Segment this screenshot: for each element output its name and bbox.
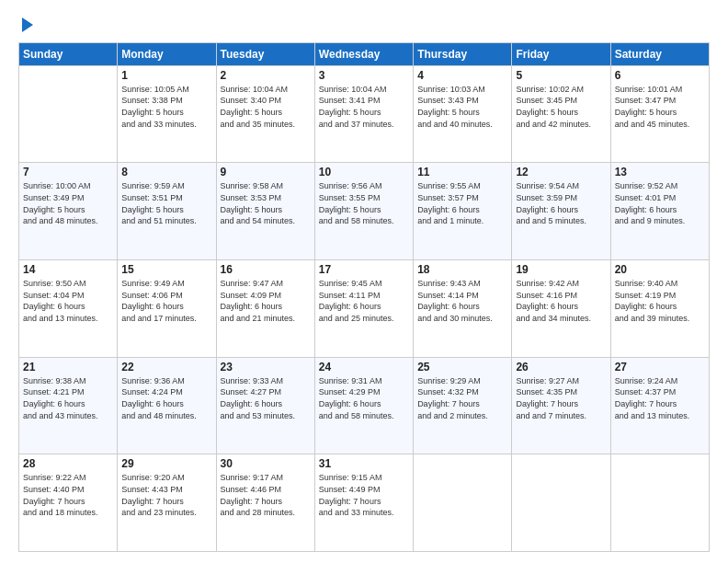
day-info: Sunrise: 9:17 AMSunset: 4:46 PMDaylight:… xyxy=(221,472,311,518)
calendar-cell: 12Sunrise: 9:54 AMSunset: 3:59 PMDayligh… xyxy=(512,163,610,260)
sunset-text: Sunset: 4:29 PM xyxy=(319,386,409,398)
calendar-cell: 22Sunrise: 9:36 AMSunset: 4:24 PMDayligh… xyxy=(118,357,216,454)
daylight-text: Daylight: 5 hours xyxy=(615,107,705,119)
sunrise-text: Sunrise: 9:38 AM xyxy=(23,375,113,387)
day-info: Sunrise: 9:56 AMSunset: 3:55 PMDaylight:… xyxy=(319,180,409,226)
daylight-text-cont: and and 18 minutes. xyxy=(23,507,113,519)
daylight-text-cont: and and 43 minutes. xyxy=(23,410,113,422)
calendar-weekday-wednesday: Wednesday xyxy=(314,42,413,65)
day-info: Sunrise: 9:59 AMSunset: 3:51 PMDaylight:… xyxy=(121,180,211,226)
calendar-cell: 24Sunrise: 9:31 AMSunset: 4:29 PMDayligh… xyxy=(314,357,413,454)
daylight-text-cont: and and 21 minutes. xyxy=(221,313,311,325)
calendar-cell: 16Sunrise: 9:47 AMSunset: 4:09 PMDayligh… xyxy=(216,260,314,358)
day-info: Sunrise: 9:45 AMSunset: 4:11 PMDaylight:… xyxy=(319,278,409,324)
sunrise-text: Sunrise: 9:55 AM xyxy=(417,180,507,192)
daylight-text: Daylight: 7 hours xyxy=(417,398,507,410)
sunrise-text: Sunrise: 9:43 AM xyxy=(417,278,507,290)
daylight-text-cont: and and 33 minutes. xyxy=(319,507,409,519)
calendar-header-row: SundayMondayTuesdayWednesdayThursdayFrid… xyxy=(19,42,710,65)
calendar-cell: 8Sunrise: 9:59 AMSunset: 3:51 PMDaylight… xyxy=(118,163,216,260)
sunset-text: Sunset: 4:04 PM xyxy=(23,290,113,302)
day-info: Sunrise: 9:36 AMSunset: 4:24 PMDaylight:… xyxy=(121,375,211,421)
sunset-text: Sunset: 3:59 PM xyxy=(516,192,606,204)
day-number: 15 xyxy=(121,263,211,276)
calendar-cell: 29Sunrise: 9:20 AMSunset: 4:43 PMDayligh… xyxy=(118,454,216,552)
daylight-text: Daylight: 7 hours xyxy=(516,398,606,410)
day-info: Sunrise: 9:42 AMSunset: 4:16 PMDaylight:… xyxy=(516,278,606,324)
day-number: 26 xyxy=(516,361,606,373)
day-number: 24 xyxy=(319,361,409,373)
calendar-cell: 15Sunrise: 9:49 AMSunset: 4:06 PMDayligh… xyxy=(118,260,216,358)
calendar-week-row: 14Sunrise: 9:50 AMSunset: 4:04 PMDayligh… xyxy=(19,260,710,358)
sunrise-text: Sunrise: 9:56 AM xyxy=(319,180,409,192)
calendar-cell: 1Sunrise: 10:05 AMSunset: 3:38 PMDayligh… xyxy=(118,65,216,163)
sunrise-text: Sunrise: 9:24 AM xyxy=(615,375,705,387)
sunset-text: Sunset: 4:37 PM xyxy=(615,386,705,398)
day-number: 21 xyxy=(23,361,113,373)
day-number: 11 xyxy=(417,166,507,178)
calendar-cell: 19Sunrise: 9:42 AMSunset: 4:16 PMDayligh… xyxy=(512,260,610,358)
daylight-text: Daylight: 7 hours xyxy=(319,496,409,508)
calendar-weekday-saturday: Saturday xyxy=(610,42,709,65)
sunrise-text: Sunrise: 10:00 AM xyxy=(23,180,113,192)
day-info: Sunrise: 9:22 AMSunset: 4:40 PMDaylight:… xyxy=(23,472,113,518)
calendar-cell: 18Sunrise: 9:43 AMSunset: 4:14 PMDayligh… xyxy=(414,260,512,358)
daylight-text: Daylight: 6 hours xyxy=(319,398,409,410)
sunrise-text: Sunrise: 9:45 AM xyxy=(319,278,409,290)
sunset-text: Sunset: 3:47 PM xyxy=(615,95,705,107)
day-number: 12 xyxy=(516,166,606,178)
calendar-body: 1Sunrise: 10:05 AMSunset: 3:38 PMDayligh… xyxy=(19,65,710,551)
daylight-text-cont: and and 13 minutes. xyxy=(615,410,705,422)
day-info: Sunrise: 10:02 AMSunset: 3:45 PMDaylight… xyxy=(516,84,606,130)
page: SundayMondayTuesdayWednesdayThursdayFrid… xyxy=(0,0,728,563)
sunset-text: Sunset: 4:27 PM xyxy=(221,386,311,398)
sunrise-text: Sunrise: 9:54 AM xyxy=(516,180,606,192)
sunset-text: Sunset: 4:49 PM xyxy=(319,484,409,496)
calendar-weekday-sunday: Sunday xyxy=(19,42,118,65)
daylight-text: Daylight: 7 hours xyxy=(121,496,211,508)
day-number: 4 xyxy=(417,69,507,82)
daylight-text: Daylight: 5 hours xyxy=(221,107,311,119)
calendar-week-row: 28Sunrise: 9:22 AMSunset: 4:40 PMDayligh… xyxy=(19,454,710,552)
sunrise-text: Sunrise: 9:27 AM xyxy=(516,375,606,387)
day-info: Sunrise: 9:24 AMSunset: 4:37 PMDaylight:… xyxy=(615,375,705,421)
daylight-text: Daylight: 6 hours xyxy=(319,301,409,313)
day-number: 7 xyxy=(23,166,113,178)
sunset-text: Sunset: 3:40 PM xyxy=(221,95,311,107)
daylight-text: Daylight: 6 hours xyxy=(615,204,705,216)
sunrise-text: Sunrise: 10:01 AM xyxy=(615,84,705,96)
day-info: Sunrise: 10:05 AMSunset: 3:38 PMDaylight… xyxy=(121,84,211,130)
sunset-text: Sunset: 4:24 PM xyxy=(121,386,211,398)
daylight-text-cont: and and 37 minutes. xyxy=(319,119,409,131)
daylight-text: Daylight: 6 hours xyxy=(615,301,705,313)
calendar-cell: 11Sunrise: 9:55 AMSunset: 3:57 PMDayligh… xyxy=(414,163,512,260)
daylight-text: Daylight: 5 hours xyxy=(417,107,507,119)
calendar-cell xyxy=(19,65,118,163)
daylight-text-cont: and and 28 minutes. xyxy=(221,507,311,519)
sunset-text: Sunset: 4:21 PM xyxy=(23,386,113,398)
day-number: 31 xyxy=(319,457,409,470)
sunset-text: Sunset: 4:06 PM xyxy=(121,290,211,302)
day-number: 22 xyxy=(121,361,211,373)
day-number: 6 xyxy=(615,69,705,82)
calendar-cell: 20Sunrise: 9:40 AMSunset: 4:19 PMDayligh… xyxy=(610,260,709,358)
sunrise-text: Sunrise: 9:52 AM xyxy=(615,180,705,192)
daylight-text: Daylight: 5 hours xyxy=(319,204,409,216)
daylight-text-cont: and and 42 minutes. xyxy=(516,119,606,131)
day-info: Sunrise: 9:15 AMSunset: 4:49 PMDaylight:… xyxy=(319,472,409,518)
calendar-cell: 21Sunrise: 9:38 AMSunset: 4:21 PMDayligh… xyxy=(19,357,118,454)
logo-arrow-icon xyxy=(22,17,33,32)
day-number: 10 xyxy=(319,166,409,178)
day-info: Sunrise: 9:49 AMSunset: 4:06 PMDaylight:… xyxy=(121,278,211,324)
sunset-text: Sunset: 3:41 PM xyxy=(319,95,409,107)
sunrise-text: Sunrise: 9:29 AM xyxy=(417,375,507,387)
day-info: Sunrise: 9:52 AMSunset: 4:01 PMDaylight:… xyxy=(615,180,705,226)
daylight-text: Daylight: 6 hours xyxy=(417,204,507,216)
day-info: Sunrise: 10:00 AMSunset: 3:49 PMDaylight… xyxy=(23,180,113,226)
daylight-text-cont: and and 51 minutes. xyxy=(121,215,211,227)
daylight-text-cont: and and 40 minutes. xyxy=(417,119,507,131)
daylight-text: Daylight: 6 hours xyxy=(516,204,606,216)
sunset-text: Sunset: 4:09 PM xyxy=(221,290,311,302)
daylight-text: Daylight: 6 hours xyxy=(516,301,606,313)
calendar-cell: 14Sunrise: 9:50 AMSunset: 4:04 PMDayligh… xyxy=(19,260,118,358)
